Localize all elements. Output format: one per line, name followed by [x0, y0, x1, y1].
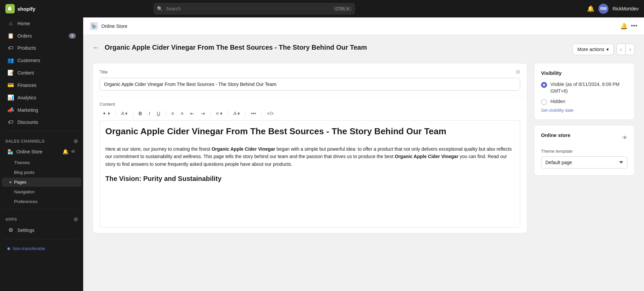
page-actions: More actions ▾ ‹ › — [573, 44, 635, 55]
sidebar-item-online-store[interactable]: 🏪 Online Store 🔔 👁 — [2, 146, 81, 157]
visible-label: Visible (as of 8/11/2024, 9:09 PM GMT+6) — [550, 81, 628, 94]
sidebar-subitem-preferences[interactable]: Preferences — [2, 197, 81, 206]
search-shortcut: CTRL K — [333, 6, 352, 11]
toolbar-align-btn[interactable]: ≡ ▾ — [213, 109, 225, 117]
theme-template-label: Theme template — [541, 149, 628, 154]
visibility-hidden-option[interactable]: Hidden — [541, 98, 628, 105]
sidebar-item-finances[interactable]: 💳 Finances — [2, 79, 81, 91]
sidebar-item-label: Finances — [17, 83, 37, 88]
eye-icon-store[interactable]: 👁 — [71, 149, 76, 155]
sidebar-subitem-navigation[interactable]: Navigation — [2, 187, 81, 196]
sales-channels-label: Sales channels — [5, 139, 45, 144]
preview-icon[interactable]: 👁 — [622, 135, 628, 141]
toolbar-indent-btn[interactable]: ⇤ — [187, 109, 197, 117]
bell-icon-store[interactable]: 🔔 — [62, 149, 69, 155]
sidebar-subitem-blog-posts[interactable]: Blog posts — [2, 168, 81, 177]
sidebar-item-settings[interactable]: ⚙ Settings — [2, 224, 81, 236]
sidebar-item-label: Analytics — [17, 95, 36, 100]
sidebar-item-label: Marketing — [17, 107, 38, 113]
sidebar-item-marketing[interactable]: 📣 Marketing — [2, 104, 81, 116]
toolbar-ol-btn[interactable]: ≡ — [178, 109, 186, 117]
online-store-icons: 🔔 👁 — [62, 149, 76, 155]
toolbar-divider-1 — [115, 110, 116, 117]
online-store-card-header: Online store 👁 — [541, 132, 628, 143]
toolbar-divider-7 — [261, 110, 262, 117]
toolbar-outdent-btn[interactable]: ⇥ — [198, 109, 208, 117]
visibility-card-title: Visibility — [541, 70, 628, 76]
toolbar-source-btn[interactable]: </> — [264, 109, 276, 117]
marketing-icon: 📣 — [7, 107, 14, 113]
toolbar-more-btn[interactable]: ••• — [248, 109, 259, 117]
more-actions-button[interactable]: More actions ▾ — [573, 44, 614, 55]
sidebar-subitem-themes[interactable]: Themes — [2, 158, 81, 167]
sidebar-item-products[interactable]: 🏷 Products — [2, 42, 81, 54]
toolbar-underline-btn[interactable]: U — [154, 109, 163, 117]
bell-icon[interactable]: 🔔 — [587, 5, 594, 12]
sidebar-item-home[interactable]: ⌂ Home — [2, 18, 81, 29]
sidebar-item-label: Discounts — [17, 119, 38, 125]
nav-next-button[interactable]: › — [626, 44, 635, 55]
non-transferable-label: Non-transferable — [13, 246, 45, 251]
title-settings-icon[interactable]: ⚙ — [516, 69, 520, 75]
store-bell-icon[interactable]: 🔔 — [620, 22, 628, 30]
toolbar-font-btn[interactable]: A ▾ — [118, 109, 130, 117]
sidebar-item-analytics[interactable]: 📊 Analytics — [2, 92, 81, 103]
apps-chevron[interactable]: ⊕ — [73, 216, 78, 223]
visibility-radio-group: Visible (as of 8/11/2024, 9:09 PM GMT+6)… — [541, 81, 628, 105]
logo-text: shopify — [17, 6, 35, 12]
hidden-radio-btn[interactable] — [541, 99, 547, 105]
sidebar-item-label: Products — [17, 45, 36, 51]
logo[interactable]: shopify — [5, 4, 35, 13]
sidebar-item-discounts[interactable]: 🏷 Discounts — [2, 116, 81, 128]
online-store-icon: 🏪 — [7, 149, 13, 154]
products-icon: 🏷 — [7, 45, 14, 51]
main-content: 🏪 Online Store 🔔 ••• ← Organic Apple Cid… — [83, 17, 644, 291]
title-input[interactable] — [100, 78, 520, 91]
toolbar-italic-btn[interactable]: I — [146, 109, 153, 117]
visibility-visible-option[interactable]: Visible (as of 8/11/2024, 9:09 PM GMT+6) — [541, 81, 628, 94]
settings-label: Settings — [17, 228, 35, 233]
back-button[interactable]: ← — [93, 44, 99, 51]
orders-badge: 9 — [69, 33, 76, 39]
non-transferable-item[interactable]: Non-transferable — [2, 243, 81, 254]
sidebar-divider-2 — [4, 209, 79, 209]
search-input[interactable] — [154, 3, 355, 14]
visible-radio-btn[interactable] — [541, 82, 547, 88]
app-body: ⌂ Home 📋 Orders 9 🏷 Products 👥 Customers… — [0, 17, 644, 291]
chevron-down-icon: ▾ — [606, 47, 609, 52]
theme-template-select[interactable]: Default page Custom page Contact — [541, 156, 628, 168]
sidebar-item-orders[interactable]: 📋 Orders 9 — [2, 30, 81, 42]
content-section: Content ✦ ▾ A ▾ B I U ≡ — [93, 96, 527, 233]
avatar[interactable]: RM — [598, 4, 608, 14]
themes-label: Themes — [14, 160, 30, 165]
store-more-icon[interactable]: ••• — [631, 22, 637, 30]
hidden-label: Hidden — [550, 98, 565, 105]
non-transferable-dot — [7, 247, 10, 250]
more-actions-label: More actions — [578, 47, 604, 52]
toolbar-ul-btn[interactable]: ≡ — [169, 109, 177, 117]
sales-channels-chevron[interactable]: ⊕ — [73, 138, 78, 144]
online-store-card-title: Online store — [541, 132, 571, 138]
online-store-card: Online store 👁 Theme template Default pa… — [534, 125, 635, 176]
content-icon: 📝 — [7, 69, 14, 76]
rich-content-subheading: The Vision: Purity and Sustainability — [105, 173, 515, 184]
toolbar-magic-btn[interactable]: ✦ ▾ — [100, 109, 113, 117]
rich-content-area[interactable]: Organic Apple Cider Vinegar From The Bes… — [100, 120, 520, 228]
page-content: ← Organic Apple Cider Vinegar From The B… — [83, 35, 644, 291]
toolbar-color-btn[interactable]: A ▾ — [231, 109, 243, 117]
sidebar-subitem-pages[interactable]: Pages — [2, 178, 81, 187]
sidebar-item-customers[interactable]: 👥 Customers — [2, 54, 81, 66]
sidebar-item-content[interactable]: 📝 Content — [2, 67, 81, 79]
toolbar-divider-5 — [228, 110, 228, 117]
rich-content-heading: Organic Apple Cider Vinegar From The Bes… — [105, 126, 515, 137]
nav-prev-button[interactable]: ‹ — [616, 44, 625, 55]
page-title: Organic Apple Cider Vinegar From The Bes… — [105, 43, 567, 52]
blog-posts-label: Blog posts — [14, 170, 35, 175]
sidebar-item-label: Customers — [17, 58, 40, 63]
toolbar-divider-4 — [210, 110, 211, 117]
toolbar-bold-btn[interactable]: B — [136, 109, 145, 117]
apps-header: Apps ⊕ — [0, 212, 83, 224]
username: RickMortdev — [612, 6, 639, 11]
set-visibility-date-link[interactable]: Set visibility date — [541, 108, 574, 113]
discounts-icon: 🏷 — [7, 119, 14, 125]
